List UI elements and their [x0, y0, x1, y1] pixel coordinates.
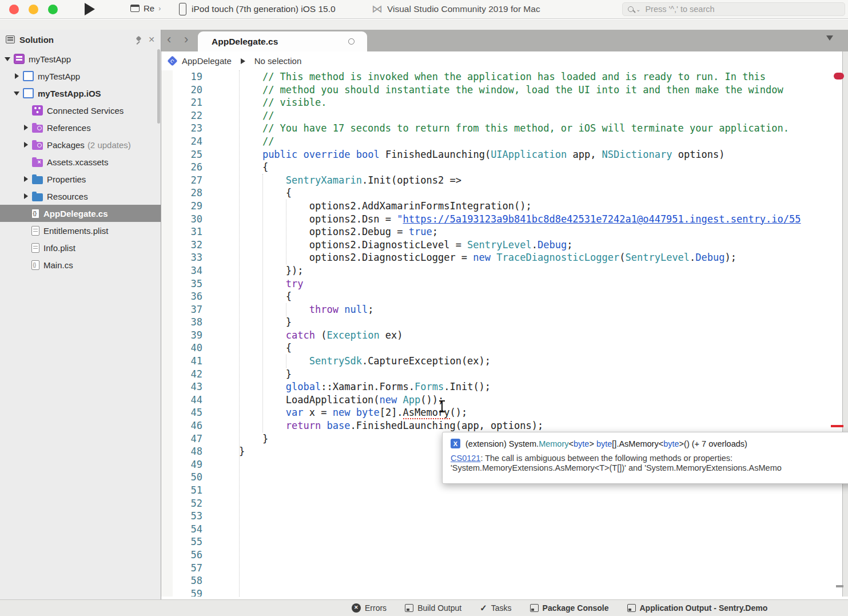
- statusbar-item-tasks[interactable]: ✓Tasks: [480, 603, 511, 613]
- sidebar-item-assets-xcassets[interactable]: Assets.xcassets: [0, 153, 161, 170]
- line-number: 22: [173, 109, 202, 122]
- line-number: 32: [173, 239, 202, 252]
- solution-pad-title: Solution: [19, 35, 131, 45]
- statusbar-item-package-console[interactable]: Package Console: [530, 603, 609, 613]
- code-line[interactable]: 22 //: [161, 109, 848, 122]
- sidebar-item-appdelegate-cs[interactable]: AppDelegate.cs: [0, 205, 161, 222]
- editor-scrollbar[interactable]: [842, 51, 848, 597]
- breadcrumb: AppDelegate No selection: [161, 51, 848, 70]
- code-line[interactable]: 24 //: [161, 135, 848, 148]
- close-icon[interactable]: ✕: [148, 35, 155, 44]
- breadcrumb-class[interactable]: AppDelegate: [182, 56, 232, 66]
- sidebar-item-properties[interactable]: Properties: [0, 170, 161, 188]
- code-line[interactable]: 23 // You have 17 seconds to return from…: [161, 122, 848, 135]
- close-window-button[interactable]: [9, 5, 19, 14]
- code-line[interactable]: 52: [161, 497, 848, 510]
- code-line[interactable]: 51: [161, 484, 848, 497]
- sidebar-item-references[interactable]: References: [0, 119, 161, 136]
- error-code-link[interactable]: CS0121: [451, 454, 480, 463]
- code-line[interactable]: 38 }: [161, 316, 848, 329]
- indent-guide: [262, 174, 263, 432]
- code-line[interactable]: 27 SentryXamarin.Init(options2 =>: [161, 174, 848, 187]
- line-number: 50: [173, 471, 202, 484]
- line-number: 57: [173, 562, 202, 575]
- sidebar-item-connected-services[interactable]: Connected Services: [0, 102, 161, 119]
- code-line[interactable]: 19 // This method is invoked when the ap…: [161, 70, 848, 84]
- error-indicator-icon[interactable]: [834, 73, 844, 80]
- disclosure-right-icon[interactable]: [22, 176, 30, 182]
- sidebar-item-label: Resources: [47, 192, 88, 201]
- sidebar-item-packages[interactable]: Packages(2 updates): [0, 136, 161, 153]
- code-line[interactable]: 26 {: [161, 161, 848, 174]
- console-icon: [405, 604, 413, 612]
- code-line[interactable]: 42 }: [161, 368, 848, 381]
- line-number: 44: [173, 394, 202, 407]
- code-line[interactable]: 41 SentrySdk.CaptureException(ex);: [161, 355, 848, 368]
- run-button[interactable]: [85, 3, 95, 15]
- statusbar-item-application-output-sentry-demo[interactable]: Application Output - Sentry.Demo: [627, 603, 768, 613]
- breadcrumb-selection[interactable]: No selection: [254, 56, 302, 66]
- statusbar-item-label: Package Console: [543, 603, 609, 613]
- sidebar-item-resources[interactable]: Resources: [0, 188, 161, 205]
- disclosure-down-icon[interactable]: [3, 57, 11, 61]
- line-number: 28: [173, 186, 202, 200]
- code-line[interactable]: 25 public override bool FinishedLaunchin…: [161, 148, 848, 161]
- tab-list-dropdown[interactable]: [826, 35, 833, 41]
- code-editor[interactable]: 19 // This method is invoked when the ap…: [161, 70, 848, 597]
- scrollbar-error-marker[interactable]: [831, 425, 843, 427]
- code-line[interactable]: 28 {: [161, 186, 848, 200]
- sidebar-item-mytestapp[interactable]: myTestApp: [0, 67, 161, 85]
- code-line[interactable]: 40 {: [161, 341, 848, 355]
- disclosure-down-icon[interactable]: [13, 92, 21, 96]
- code-line[interactable]: 58: [161, 574, 848, 587]
- sidebar-item-label: myTestApp: [29, 54, 71, 64]
- code-line[interactable]: 34 });: [161, 264, 848, 277]
- disclosure-right-icon[interactable]: [13, 73, 21, 79]
- sidebar-item-main-cs[interactable]: Main.cs: [0, 256, 161, 273]
- code-line[interactable]: 46 return base.FinishedLaunching(app, op…: [161, 419, 848, 432]
- code-line[interactable]: 37 throw null;: [161, 303, 848, 316]
- disclosure-right-icon[interactable]: [22, 125, 30, 130]
- code-line[interactable]: 33 options2.DiagnosticLogger = new Trace…: [161, 251, 848, 264]
- code-line[interactable]: 57: [161, 562, 848, 575]
- disclosure-right-icon[interactable]: [22, 142, 30, 148]
- navigate-back-button[interactable]: ‹: [167, 32, 171, 47]
- configuration-selector[interactable]: Re ›: [130, 3, 161, 13]
- sidebar-item-mytestapp-ios[interactable]: myTestApp.iOS: [0, 85, 161, 102]
- solution-tree: myTestAppmyTestAppmyTestApp.iOSConnected…: [0, 50, 161, 273]
- navigate-forward-button[interactable]: ›: [184, 32, 188, 47]
- code-line[interactable]: 32 options2.DiagnosticLevel = SentryLeve…: [161, 239, 848, 252]
- pin-icon[interactable]: [136, 35, 144, 43]
- code-line[interactable]: 20 // method you should instantiate the …: [161, 84, 848, 97]
- code-line[interactable]: 43 global::Xamarin.Forms.Forms.Init();: [161, 380, 848, 394]
- code-line[interactable]: 54: [161, 523, 848, 536]
- zoom-window-button[interactable]: [48, 5, 58, 14]
- code-line[interactable]: 45 var x = new byte[2].AsMemory();: [161, 406, 848, 419]
- code-line[interactable]: 53: [161, 510, 848, 523]
- line-number: 35: [173, 277, 202, 291]
- code-line[interactable]: 56: [161, 549, 848, 562]
- statusbar-item-errors[interactable]: Errors: [352, 603, 387, 613]
- sidebar-scrollbar[interactable]: [157, 49, 160, 124]
- search-input[interactable]: ⌄ Press '^,' to search: [622, 2, 845, 16]
- minimize-window-button[interactable]: [29, 5, 38, 14]
- code-line[interactable]: 35 try: [161, 277, 848, 291]
- device-selector[interactable]: iPod touch (7th generation) iOS 15.0: [179, 2, 336, 15]
- sidebar-item-mytestapp[interactable]: myTestApp: [0, 50, 161, 67]
- sidebar-item-entitlements-plist[interactable]: Entitlements.plist: [0, 222, 161, 239]
- code-line[interactable]: 59: [161, 587, 848, 597]
- code-line[interactable]: 36 {: [161, 290, 848, 303]
- code-line[interactable]: 21 // visible.: [161, 96, 848, 109]
- code-text: }: [216, 445, 245, 458]
- code-line[interactable]: 30 options2.Dsn = "https://5a193123a9b84…: [161, 213, 848, 226]
- disclosure-right-icon[interactable]: [22, 193, 30, 199]
- code-line[interactable]: 55: [161, 535, 848, 549]
- statusbar-item-build-output[interactable]: Build Output: [405, 603, 461, 613]
- code-line[interactable]: 39 catch (Exception ex): [161, 329, 848, 342]
- code-line[interactable]: 44 LoadApplication(new App());: [161, 394, 848, 407]
- code-text: {: [216, 161, 268, 174]
- tab-appdelegate[interactable]: AppDelegate.cs: [198, 31, 367, 51]
- code-line[interactable]: 31 options2.Debug = true;: [161, 225, 848, 239]
- code-line[interactable]: 29 options2.AddXamarinFormsIntegration()…: [161, 200, 848, 213]
- sidebar-item-info-plist[interactable]: Info.plist: [0, 239, 161, 256]
